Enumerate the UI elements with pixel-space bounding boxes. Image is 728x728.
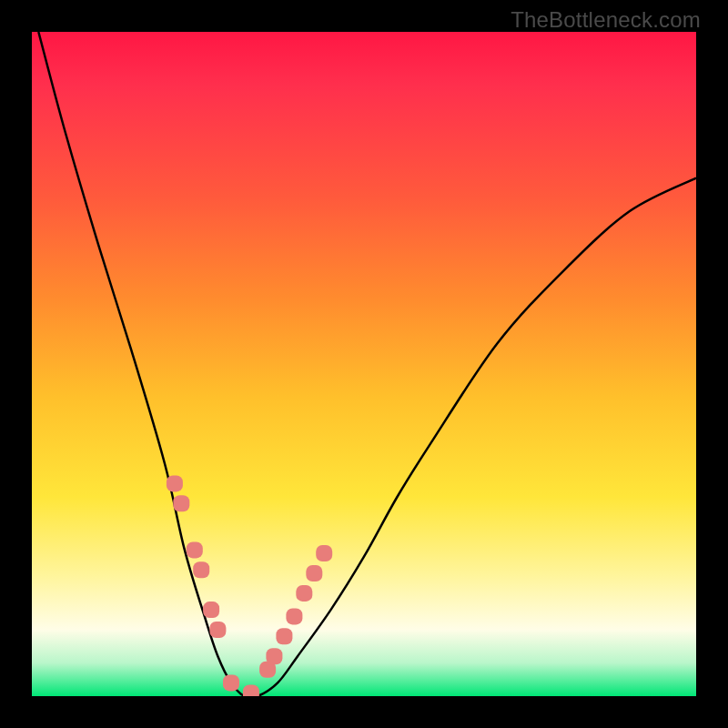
marker-dot <box>187 541 203 558</box>
marker-dot <box>266 648 282 664</box>
marker-dot <box>223 674 239 691</box>
marker-dot <box>173 495 189 511</box>
marker-group <box>167 475 332 696</box>
marker-dot <box>316 545 332 561</box>
marker-dot <box>259 662 276 678</box>
watermark-text: TheBottleneck.com <box>511 7 701 33</box>
marker-dot <box>243 684 259 696</box>
marker-dot <box>167 475 183 491</box>
plot-area <box>32 32 696 696</box>
marker-dot <box>193 561 209 578</box>
marker-dot <box>286 608 302 624</box>
marker-dot <box>296 585 312 602</box>
marker-dot <box>276 628 292 644</box>
chart-frame: TheBottleneck.com <box>0 0 728 728</box>
marker-dot <box>203 602 219 618</box>
marker-dot <box>306 565 322 581</box>
curve-svg <box>32 32 696 696</box>
bottleneck-curve <box>38 32 696 696</box>
marker-dot <box>209 622 226 638</box>
